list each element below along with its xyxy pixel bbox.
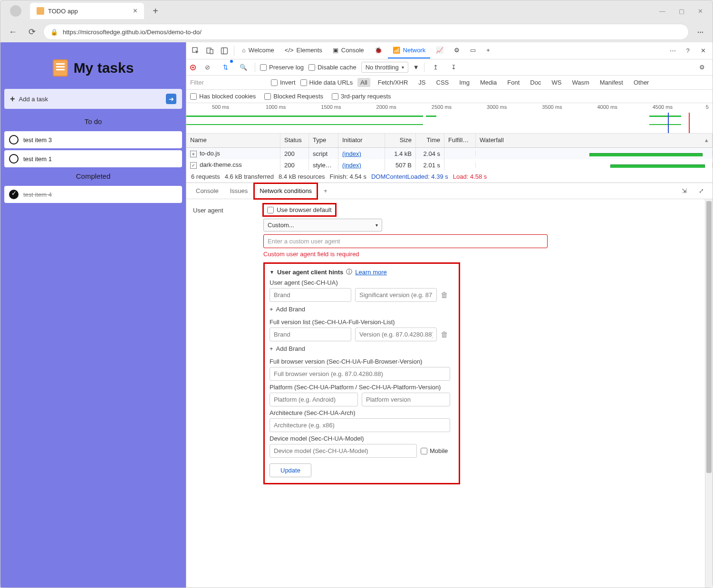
blocked-cookies-checkbox[interactable]: Has blocked cookies (190, 93, 256, 100)
hide-data-urls-checkbox[interactable]: Hide data URLs (300, 79, 353, 86)
upload-icon[interactable]: ↥ (429, 61, 443, 74)
wifi-icon: 📶 (393, 47, 400, 54)
dock-side-icon[interactable]: ⇲ (677, 184, 691, 198)
initiator-link[interactable]: (index) (338, 159, 385, 171)
delete-icon[interactable]: 🗑 (441, 291, 448, 299)
task-checkbox-checked-icon[interactable] (9, 190, 19, 199)
tab-welcome[interactable]: ⌂Welcome (237, 43, 279, 58)
activity-bar-icon[interactable] (218, 44, 231, 58)
filter-ws[interactable]: WS (549, 78, 564, 87)
filter-all[interactable]: All (357, 78, 370, 87)
gauge-icon: 📈 (436, 47, 443, 54)
filter-font[interactable]: Font (504, 78, 522, 87)
address-bar[interactable]: 🔒 https://microsoftedge.github.io/Demos/… (43, 24, 689, 40)
tab-debugger[interactable]: 🐞 (370, 43, 387, 58)
tab-add[interactable]: + (482, 43, 495, 58)
request-row[interactable]: ✓dark-theme.css 200 styleshe... (index) … (186, 159, 713, 171)
mobile-checkbox[interactable]: Mobile (421, 447, 448, 454)
user-agent-select[interactable]: Custom... ▾ (263, 219, 382, 231)
task-checkbox-icon[interactable] (9, 154, 19, 164)
disclosure-triangle-icon[interactable]: ▼ (270, 270, 274, 275)
tab-console[interactable]: ▣Console (328, 43, 369, 58)
devtools-close-icon[interactable]: ✕ (696, 44, 710, 58)
download-icon[interactable]: ↧ (447, 61, 461, 74)
significant-version-input[interactable] (355, 288, 437, 302)
record-button[interactable] (190, 65, 196, 70)
tab-performance[interactable]: 📈 (431, 43, 448, 58)
task-item-completed[interactable]: test item 4 (4, 186, 182, 203)
wifi-caret-icon[interactable]: ▼ (413, 64, 419, 71)
drawer-tab-issues[interactable]: Issues (225, 184, 253, 198)
minimize-icon[interactable]: — (659, 8, 665, 15)
clear-icon[interactable]: ⊘ (201, 61, 214, 74)
expand-drawer-icon[interactable]: ⤢ (694, 184, 708, 198)
device-model-input[interactable] (270, 444, 417, 458)
third-party-checkbox[interactable]: 3rd-party requests (332, 93, 391, 100)
disable-cache-checkbox[interactable]: Disable cache (308, 64, 356, 71)
profile-avatar[interactable] (10, 5, 21, 17)
browser-menu-button[interactable]: ⋯ (693, 24, 708, 39)
network-settings-icon[interactable]: ⚙ (695, 61, 709, 74)
device-toolbar-icon[interactable] (203, 44, 217, 58)
filter-css[interactable]: CSS (434, 78, 452, 87)
submit-arrow-icon[interactable]: ➜ (166, 94, 176, 104)
drawer-tab-add[interactable]: + (319, 184, 332, 198)
network-timeline[interactable]: 500 ms 1000 ms 1500 ms 2000 ms 2500 ms 3… (186, 103, 713, 134)
drawer-tab-console[interactable]: Console (191, 184, 223, 198)
filter-input[interactable]: Filter (190, 79, 266, 86)
brand-input[interactable] (270, 288, 351, 302)
use-browser-default-checkbox[interactable]: Use browser default (263, 204, 336, 216)
task-checkbox-icon[interactable] (9, 135, 19, 145)
search-icon[interactable]: 🔍 (237, 61, 250, 74)
devtools-more-icon[interactable]: ⋯ (666, 44, 679, 58)
full-browser-version-input[interactable] (270, 367, 450, 381)
inspect-element-icon[interactable] (189, 44, 202, 58)
drawer-tab-network-conditions[interactable]: Network conditions (254, 183, 317, 199)
version-input[interactable] (355, 328, 437, 341)
tab-elements[interactable]: </>Elements (280, 43, 327, 58)
custom-user-agent-input[interactable]: Enter a custom user agent (263, 234, 548, 248)
invert-checkbox[interactable]: Invert (271, 79, 296, 86)
tab-network[interactable]: 📶Network (388, 43, 431, 58)
architecture-input[interactable] (270, 418, 450, 432)
back-button[interactable]: ← (5, 24, 20, 39)
refresh-button[interactable]: ⟳ (24, 24, 39, 39)
new-tab-button[interactable]: + (148, 3, 163, 19)
throttling-select[interactable]: No throttling▾ (361, 62, 408, 73)
tab-close-icon[interactable]: × (133, 7, 137, 15)
close-window-icon[interactable]: ✕ (698, 8, 703, 15)
filter-js[interactable]: JS (415, 78, 428, 87)
request-row[interactable]: ⋄to-do.js 200 script (index) 1.4 kB 2.04… (186, 148, 713, 159)
js-file-icon: ⋄ (190, 151, 197, 157)
update-button[interactable]: Update (270, 463, 311, 477)
task-item[interactable]: test item 1 (4, 150, 182, 167)
add-brand-button-2[interactable]: + Add Brand (270, 344, 454, 355)
home-icon: ⌂ (242, 47, 246, 54)
lock-icon: 🔒 (50, 29, 58, 36)
tab-application[interactable]: ▭ (465, 43, 481, 58)
filter-doc[interactable]: Doc (527, 78, 544, 87)
learn-more-link[interactable]: Learn more (355, 269, 386, 276)
filter-manifest[interactable]: Manifest (597, 78, 626, 87)
filter-other[interactable]: Other (631, 78, 652, 87)
tab-settings[interactable]: ⚙ (449, 43, 464, 58)
blocked-requests-checkbox[interactable]: Blocked Requests (264, 93, 323, 100)
add-brand-button[interactable]: + Add Brand (270, 305, 454, 316)
url-text: https://microsoftedge.github.io/Demos/de… (63, 29, 202, 36)
brand-input-2[interactable] (270, 328, 351, 341)
filter-img[interactable]: Img (456, 78, 472, 87)
add-task-button[interactable]: + Add a task ➜ (4, 89, 182, 109)
platform-version-input[interactable] (362, 393, 450, 406)
platform-input[interactable] (270, 393, 358, 406)
filter-media[interactable]: Media (477, 78, 500, 87)
filter-wasm[interactable]: Wasm (569, 78, 592, 87)
preserve-log-checkbox[interactable]: Preserve log (260, 64, 304, 71)
maximize-icon[interactable]: ▢ (679, 8, 684, 15)
browser-tab[interactable]: TODO app × (30, 3, 144, 19)
task-item[interactable]: test item 3 (4, 131, 182, 148)
filter-toggle-icon[interactable]: ⇅ (219, 61, 232, 74)
help-icon[interactable]: ? (681, 44, 694, 58)
scrollbar[interactable] (705, 199, 713, 588)
delete-icon[interactable]: 🗑 (441, 330, 448, 339)
filter-fetch[interactable]: Fetch/XHR (375, 78, 411, 87)
